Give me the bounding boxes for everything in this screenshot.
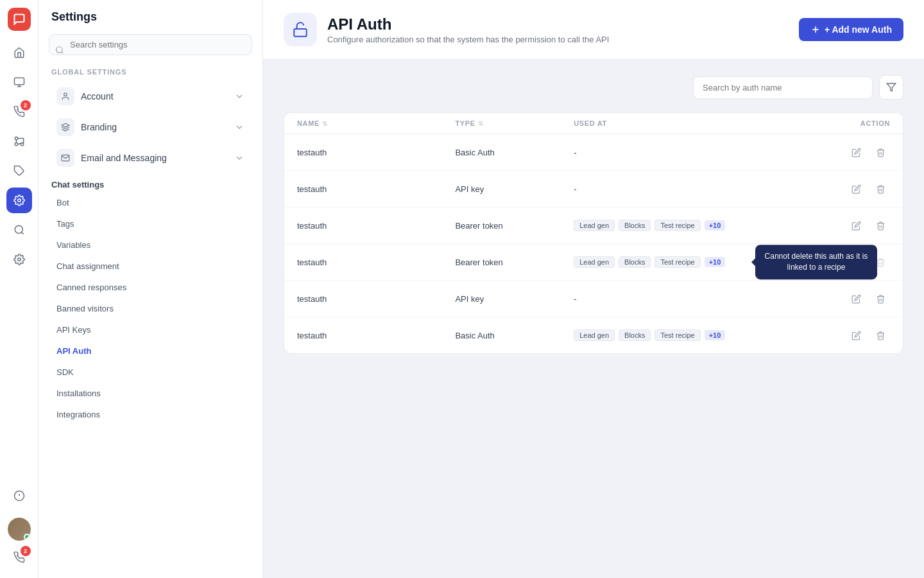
svg-point-18 <box>56 46 62 52</box>
page-icon <box>284 13 317 46</box>
row-name: testauth <box>297 184 455 194</box>
edit-button[interactable] <box>848 253 866 271</box>
svg-point-14 <box>17 258 21 261</box>
row-name: testauth <box>297 331 455 340</box>
chevron-down-icon-email <box>234 153 244 163</box>
sidebar-item-banned-visitors[interactable]: Banned visitors <box>44 298 257 319</box>
phone-badge-2: 2 <box>21 546 31 556</box>
svg-point-4 <box>15 137 18 140</box>
svg-marker-24 <box>887 83 895 91</box>
nav-settings[interactable] <box>6 188 32 213</box>
edit-button[interactable] <box>848 216 866 234</box>
row-name: testauth <box>297 258 455 267</box>
sidebar-item-integrations[interactable]: Integrations <box>44 404 257 425</box>
sidebar-item-bot[interactable]: Bot <box>44 192 257 213</box>
row-type: API key <box>455 294 574 304</box>
email-messaging-label: Email and Messaging <box>81 153 167 163</box>
row-actions <box>811 290 890 308</box>
page-title: API Auth <box>327 15 609 33</box>
menu-item-email-messaging[interactable]: Email and Messaging <box>44 143 257 173</box>
icon-bar: 2 <box>0 0 38 578</box>
delete-button[interactable] <box>872 216 890 234</box>
nav-search[interactable] <box>6 217 32 243</box>
svg-point-5 <box>15 143 18 146</box>
nav-home[interactable] <box>6 40 32 66</box>
tag-badge: Lead gen <box>574 329 615 341</box>
row-used-at: - <box>574 148 811 157</box>
sidebar-item-canned-responses[interactable]: Canned responses <box>44 277 257 298</box>
nav-integrations[interactable] <box>6 128 32 154</box>
sidebar-title: Settings <box>38 10 262 34</box>
nav-phone[interactable]: 2 <box>6 99 32 125</box>
edit-button[interactable] <box>848 326 866 344</box>
search-auth-input[interactable] <box>693 76 873 99</box>
nav-info[interactable] <box>6 483 32 509</box>
col-used-at: USED AT <box>574 119 811 127</box>
row-type: API key <box>455 184 574 194</box>
row-name: testauth <box>297 221 455 231</box>
menu-item-branding[interactable]: Branding <box>44 112 257 143</box>
nav-phone-2[interactable]: 2 <box>6 545 32 570</box>
tag-more: +10 <box>705 220 726 231</box>
col-type: TYPE ⇅ <box>455 119 574 127</box>
row-used-at: Lead gen Blocks Test recipe +10 <box>574 256 811 268</box>
svg-point-11 <box>17 199 21 202</box>
row-actions <box>811 216 890 234</box>
sidebar-item-api-keys[interactable]: API Keys <box>44 319 257 340</box>
phone-badge: 2 <box>21 100 31 110</box>
sidebar-item-api-auth[interactable]: API Auth <box>44 340 257 362</box>
nav-monitor[interactable] <box>6 69 32 95</box>
edit-button[interactable] <box>848 143 866 161</box>
row-type: Basic Auth <box>455 148 574 157</box>
row-actions <box>811 180 890 198</box>
tag-badge: Test recipe <box>654 220 700 231</box>
sidebar-item-chat-assignment[interactable]: Chat assignment <box>44 256 257 277</box>
menu-item-account[interactable]: Account <box>44 81 257 112</box>
nav-more-settings[interactable] <box>6 247 32 272</box>
sidebar-item-sdk[interactable]: SDK <box>44 362 257 383</box>
table-row: testauth Bearer token Lead gen Blocks Te… <box>284 207 903 244</box>
tag-badge: Lead gen <box>574 256 615 268</box>
search-wrap <box>38 34 262 66</box>
filter-button[interactable] <box>879 75 903 100</box>
branding-label: Branding <box>81 122 117 132</box>
delete-button[interactable] <box>872 180 890 198</box>
tag-more: +10 <box>705 257 726 267</box>
delete-button-disabled <box>872 253 890 271</box>
tag-more: +10 <box>705 330 726 340</box>
row-used-at: Lead gen Blocks Test recipe +10 <box>574 220 811 231</box>
add-auth-button[interactable]: + Add new Auth <box>799 18 903 41</box>
row-used-at: - <box>574 184 811 194</box>
delete-button[interactable] <box>872 143 890 161</box>
user-avatar[interactable] <box>8 518 31 541</box>
delete-button[interactable] <box>872 326 890 344</box>
tag-badge: Test recipe <box>654 329 700 341</box>
chevron-down-icon-branding <box>234 122 244 132</box>
main-content: API Auth Configure authorization so that… <box>263 0 924 578</box>
app-logo <box>8 8 31 31</box>
svg-point-12 <box>15 225 22 233</box>
delete-button[interactable] <box>872 290 890 308</box>
svg-rect-0 <box>14 78 24 85</box>
content-area: NAME ⇅ TYPE ⇅ USED AT ACTION testauth Ba… <box>263 60 924 369</box>
chevron-down-icon <box>234 91 244 101</box>
global-settings-label: GLOBAL SETTINGS <box>38 66 262 81</box>
table-row: testauth Basic Auth Lead gen Blocks Test… <box>284 317 903 353</box>
edit-button[interactable] <box>848 180 866 198</box>
svg-rect-21 <box>294 29 307 37</box>
sidebar-item-tags[interactable]: Tags <box>44 213 257 234</box>
tag-badge: Blocks <box>619 220 651 231</box>
sidebar-item-variables[interactable]: Variables <box>44 234 257 256</box>
table-row: testauth API key - <box>284 281 903 317</box>
nav-tag[interactable] <box>6 158 32 184</box>
branding-icon <box>56 118 74 136</box>
sidebar-item-installations[interactable]: Installations <box>44 383 257 404</box>
table-row: testauth API key - <box>284 171 903 207</box>
tag-badge: Test recipe <box>654 256 700 268</box>
search-input[interactable] <box>49 34 252 55</box>
svg-point-20 <box>64 93 67 96</box>
page-subtitle: Configure authorization so that the syst… <box>327 35 609 44</box>
row-actions <box>811 143 890 161</box>
chat-settings-header[interactable]: Chat settings <box>38 173 262 192</box>
edit-button[interactable] <box>848 290 866 308</box>
